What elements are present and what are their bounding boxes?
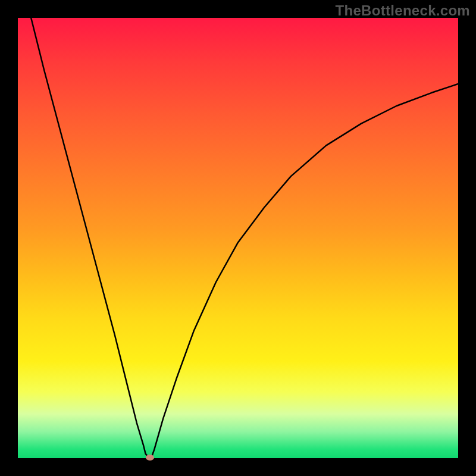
chart-frame: TheBottleneck.com — [0, 0, 476, 476]
gradient-background — [18, 18, 458, 458]
plot-area — [18, 18, 458, 458]
minimum-marker — [146, 455, 154, 461]
watermark-text: TheBottleneck.com — [336, 2, 470, 19]
